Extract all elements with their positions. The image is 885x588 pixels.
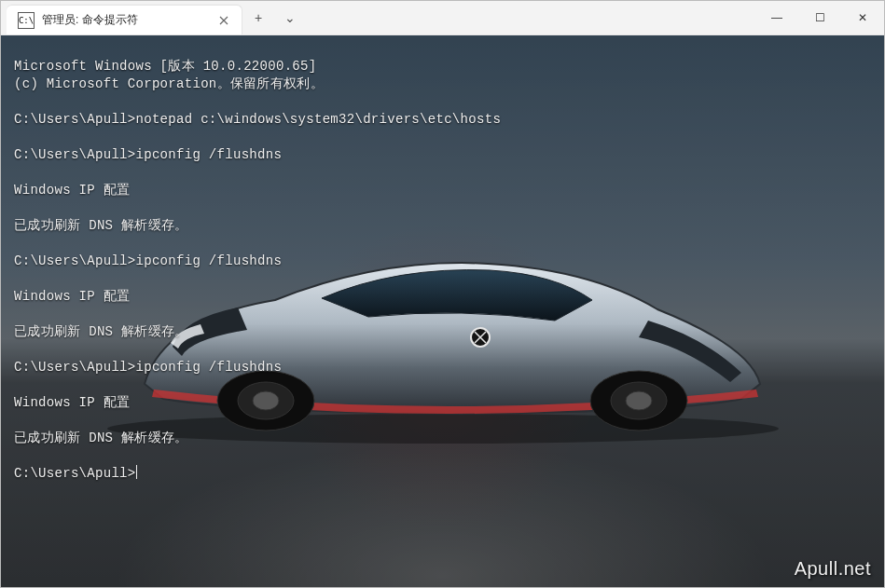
titlebar-drag-region[interactable]: [306, 1, 755, 34]
tab-close-button[interactable]: [215, 12, 232, 29]
close-window-button[interactable]: ✕: [841, 1, 884, 34]
plus-icon: +: [255, 10, 262, 25]
watermark: Apull.net: [795, 558, 871, 580]
terminal-tab[interactable]: C:\ 管理员: 命令提示符: [7, 5, 242, 34]
maximize-button[interactable]: ☐: [798, 1, 841, 34]
close-icon: [219, 16, 228, 25]
tab-dropdown-button[interactable]: ⌄: [274, 1, 306, 34]
tab-title: 管理员: 命令提示符: [42, 12, 208, 28]
minimize-button[interactable]: —: [755, 1, 798, 34]
new-tab-button[interactable]: +: [242, 1, 274, 34]
terminal-output[interactable]: Microsoft Windows [版本 10.0.22000.65] (c)…: [1, 48, 884, 492]
minimize-icon: —: [771, 11, 782, 24]
chevron-down-icon: ⌄: [284, 10, 296, 25]
cmd-icon: C:\: [18, 12, 35, 29]
maximize-icon: ☐: [815, 11, 825, 24]
titlebar[interactable]: C:\ 管理员: 命令提示符 + ⌄ — ☐ ✕: [1, 1, 884, 35]
app-window: C:\ 管理员: 命令提示符 + ⌄ — ☐ ✕: [0, 0, 885, 588]
terminal-area[interactable]: Microsoft Windows [版本 10.0.22000.65] (c)…: [1, 35, 884, 587]
close-icon: ✕: [858, 11, 867, 24]
text-cursor: [136, 465, 137, 479]
